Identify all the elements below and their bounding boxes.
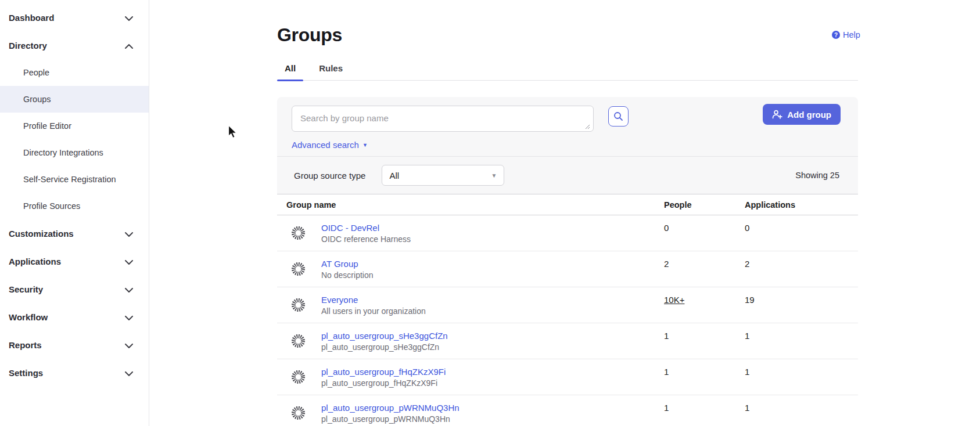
add-group-label: Add group <box>787 110 831 120</box>
main-area: ? Help Groups All Rules <box>149 0 980 426</box>
applications-count: 1 <box>745 323 858 359</box>
sidebar-subitem-label: Groups <box>23 95 51 104</box>
group-name-link[interactable]: Everyone <box>321 295 426 305</box>
tab-rules[interactable]: Rules <box>311 63 350 80</box>
sidebar-item-label: Reports <box>9 340 42 350</box>
sidebar-subitem-label: Self-Service Registration <box>23 175 116 184</box>
chevron-down-icon <box>125 257 133 266</box>
caret-down-icon: ▼ <box>491 172 497 179</box>
group-description: pl_auto_usergroup_fHqZKzX9Fi <box>321 378 446 388</box>
sidebar-item-label: Dashboard <box>9 13 54 23</box>
column-header-people[interactable]: People <box>664 194 745 215</box>
group-icon <box>290 261 306 277</box>
people-count: 0 <box>664 215 745 251</box>
chevron-down-icon <box>125 368 133 378</box>
table-row: pl_auto_usergroup_sHe3ggCfZn pl_auto_use… <box>277 323 858 359</box>
sidebar-item-profile-sources[interactable]: Profile Sources <box>0 193 149 219</box>
group-description: All users in your organization <box>321 306 426 316</box>
group-description: pl_auto_usergroup_pWRNMuQ3Hn <box>321 414 460 424</box>
sidebar-item-directory[interactable]: Directory <box>0 31 149 59</box>
sidebar-item-groups[interactable]: Groups <box>0 86 149 113</box>
group-description: OIDC reference Harness <box>321 234 411 244</box>
group-source-type-select[interactable]: All ▼ <box>382 165 504 186</box>
sidebar-item-label: Customizations <box>9 229 74 239</box>
people-count: 10K+ <box>664 287 745 323</box>
sidebar-item-directory-integrations[interactable]: Directory Integrations <box>0 139 149 166</box>
help-question-icon: ? <box>832 31 840 39</box>
applications-count: 2 <box>745 251 858 287</box>
table-row: OIDC - DevRel OIDC reference Harness 0 0 <box>277 215 858 251</box>
group-name-link[interactable]: OIDC - DevRel <box>321 223 411 233</box>
sidebar: Dashboard Directory People Groups Profil… <box>0 0 149 426</box>
table-row: AT Group No description 2 2 <box>277 251 858 287</box>
people-count-link[interactable]: 10K+ <box>664 295 684 305</box>
chevron-down-icon <box>125 340 133 350</box>
tab-bar: All Rules <box>277 63 858 81</box>
column-header-applications[interactable]: Applications <box>745 194 858 215</box>
group-name-link[interactable]: pl_auto_usergroup_fHqZKzX9Fi <box>321 367 446 377</box>
sidebar-item-profile-editor[interactable]: Profile Editor <box>0 113 149 139</box>
search-button[interactable] <box>608 106 629 127</box>
sidebar-item-dashboard[interactable]: Dashboard <box>0 3 149 31</box>
sidebar-item-people[interactable]: People <box>0 59 149 86</box>
sidebar-subitem-label: Profile Sources <box>23 201 80 211</box>
group-description: No description <box>321 270 374 280</box>
table-row: Everyone All users in your organization … <box>277 287 858 323</box>
sidebar-item-label: Settings <box>9 368 43 378</box>
chevron-down-icon <box>125 229 133 239</box>
sidebar-item-workflow[interactable]: Workflow <box>0 303 149 331</box>
add-group-button[interactable]: Add group <box>763 104 841 125</box>
tab-all[interactable]: All <box>277 63 303 80</box>
applications-count: 19 <box>745 287 858 323</box>
chevron-down-icon <box>125 13 133 23</box>
help-label: Help <box>843 30 860 39</box>
table-row: pl_auto_usergroup_fHqZKzX9Fi pl_auto_use… <box>277 359 858 395</box>
chevron-down-icon <box>125 284 133 294</box>
group-icon <box>290 333 306 349</box>
sidebar-item-label: Security <box>9 284 43 294</box>
group-name-link[interactable]: pl_auto_usergroup_pWRNMuQ3Hn <box>321 403 460 413</box>
sidebar-item-label: Directory <box>9 41 47 50</box>
sidebar-item-reports[interactable]: Reports <box>0 331 149 359</box>
content-column: ? Help Groups All Rules <box>277 0 858 426</box>
people-count: 1 <box>664 323 745 359</box>
showing-count: Showing 25 <box>795 171 839 180</box>
search-panel: Advanced search ▼ Add group <box>277 97 858 194</box>
table-row: pl_auto_usergroup_pWRNMuQ3Hn pl_auto_use… <box>277 395 858 426</box>
people-count: 2 <box>664 251 745 287</box>
group-name-link[interactable]: AT Group <box>321 259 374 269</box>
sidebar-item-applications[interactable]: Applications <box>0 247 149 275</box>
caret-down-icon: ▼ <box>362 142 368 148</box>
people-count: 1 <box>664 359 745 395</box>
sidebar-item-settings[interactable]: Settings <box>0 359 149 387</box>
column-header-group-name[interactable]: Group name <box>277 194 664 215</box>
applications-count: 0 <box>745 215 858 251</box>
app-window: Dashboard Directory People Groups Profil… <box>0 0 980 426</box>
sidebar-item-label: Workflow <box>9 312 48 322</box>
sidebar-subitem-label: Profile Editor <box>23 121 71 131</box>
sidebar-item-customizations[interactable]: Customizations <box>0 219 149 247</box>
search-input[interactable] <box>292 106 594 132</box>
sidebar-subitem-label: People <box>23 68 49 77</box>
people-count: 1 <box>664 395 745 426</box>
table-header: Group name People Applications <box>277 194 858 215</box>
chevron-down-icon <box>125 312 133 322</box>
group-icon <box>290 369 306 385</box>
help-link[interactable]: ? Help <box>832 30 860 39</box>
search-icon <box>613 111 623 121</box>
select-value: All <box>389 171 399 180</box>
advanced-search-label: Advanced search <box>292 140 359 150</box>
applications-count: 1 <box>745 359 858 395</box>
chevron-up-icon <box>125 41 133 50</box>
group-icon <box>290 225 306 241</box>
sidebar-item-security[interactable]: Security <box>0 275 149 303</box>
group-name-link[interactable]: pl_auto_usergroup_sHe3ggCfZn <box>321 331 448 341</box>
sidebar-item-label: Applications <box>9 257 61 266</box>
sidebar-subitem-label: Directory Integrations <box>23 148 103 157</box>
advanced-search-link[interactable]: Advanced search ▼ <box>292 140 368 150</box>
group-icon <box>290 297 306 313</box>
group-source-type-label: Group source type <box>294 171 365 180</box>
group-description: pl_auto_usergroup_sHe3ggCfZn <box>321 342 448 352</box>
group-icon <box>290 405 306 421</box>
sidebar-item-self-service-registration[interactable]: Self-Service Registration <box>0 166 149 193</box>
